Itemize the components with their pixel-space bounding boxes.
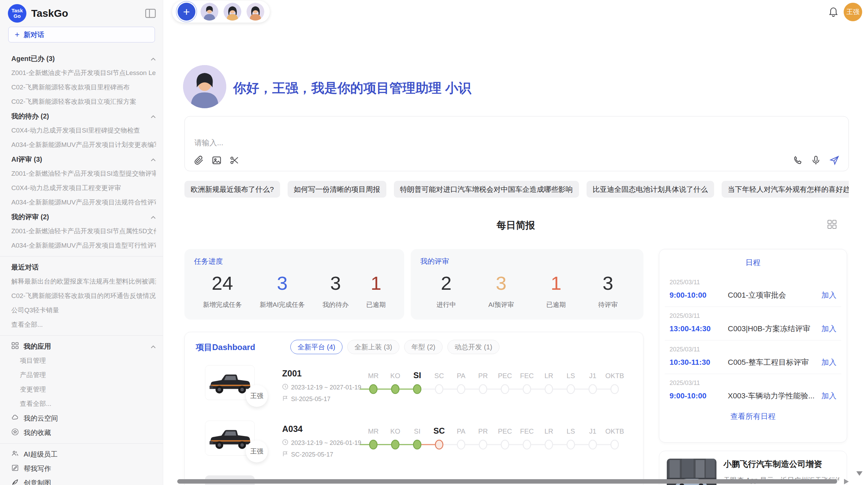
project-row[interactable]: 王强Z0012023-12-19 ~ 2027-01-19SI-2025-05-… — [185, 363, 643, 418]
sidebar-item[interactable]: 公司Q3轻卡销量 — [11, 303, 156, 318]
stat-我的待办: 3我的待办 — [323, 271, 349, 309]
sidebar-item-pen[interactable]: 创意制图 — [11, 476, 156, 485]
agent-avatar-2[interactable] — [224, 3, 241, 21]
sidebar-item[interactable]: C02-飞腾新能源轻客改款项目立项汇报方案 — [11, 95, 156, 109]
main-area: + 王强 你好，王强，我是你的项目管理助理 小识 请输入... — [163, 0, 868, 485]
clock-icon — [282, 384, 288, 391]
dashboard-tab[interactable]: 全新平台 (4) — [290, 340, 342, 354]
stat-value: 24 — [212, 271, 233, 296]
sidebar-item[interactable]: 解释最新出台的欧盟报废车法规再生塑料比例被调至15%... — [11, 274, 156, 289]
project-milestones: MRKOSISCPAPRPECFECLRLSJ1OKTB — [358, 423, 636, 462]
suggestion-chip[interactable]: 如何写一份清晰的项目周报 — [288, 181, 386, 198]
layout-grid-icon[interactable] — [827, 219, 837, 229]
sidebar-item[interactable]: A034-全新新能源MUV产品开发项目计划变更表编写 — [11, 138, 156, 152]
project-code: A034 — [282, 424, 303, 434]
write-icon — [11, 464, 19, 473]
sidebar-item[interactable]: Z001-全新燃油轻卡产品开发项目SI节点属性5D文件评审 — [11, 224, 156, 238]
scissors-icon[interactable] — [229, 155, 240, 165]
add-agent-button[interactable]: + — [178, 3, 195, 21]
stat-label: 新增完成任务 — [203, 300, 242, 309]
sidebar-item-write[interactable]: 帮我写作 — [11, 461, 156, 476]
sidebar-item[interactable]: C0X4-动力总成开发项目工程变更评审 — [11, 181, 156, 195]
message-composer[interactable]: 请输入... — [184, 116, 849, 171]
suggestion-chip[interactable]: 特朗普可能对进口汽车增税会对中国车企造成哪些影响 — [394, 181, 579, 198]
attachment-icon[interactable] — [194, 155, 204, 165]
clock-icon — [282, 439, 288, 447]
new-chat-label: 新对话 — [24, 30, 44, 39]
sidebar-item[interactable]: 查看全部... — [11, 397, 156, 411]
user-avatar[interactable]: 王强 — [844, 3, 862, 21]
schedule-date: 2025/03/11 — [670, 312, 836, 320]
section-header-left: 最近对话 — [11, 263, 39, 272]
agent-switcher: + — [172, 1, 270, 23]
image-upload-icon[interactable] — [212, 155, 222, 165]
my-review-stats: 2进行中3AI预评审1已逾期3待评审 — [411, 271, 643, 309]
join-meeting-link[interactable]: 加入 — [821, 357, 836, 368]
schedule-list: 2025/03/119:00-10:00C001-立项审批会加入2025/03/… — [659, 273, 847, 407]
sidebar-item[interactable]: 查看全部... — [11, 318, 156, 332]
sidebar-item-star[interactable]: 我的收藏 — [11, 425, 156, 440]
card-title: 任务进度 — [194, 257, 223, 266]
chevron-up-icon — [150, 213, 156, 221]
sidebar-item[interactable]: C0X4-动力总成开发项目SI里程碑提交物检查 — [11, 123, 156, 138]
section-header-left: AI评审 (3) — [11, 155, 42, 164]
logo-line2: Go — [14, 13, 21, 19]
schedule-row: 13:00-14:30C003|H0B-方案冻结评审加入 — [670, 324, 836, 334]
voice-call-icon[interactable] — [792, 155, 803, 165]
stat-label: AI预评审 — [488, 300, 514, 309]
section-title: 我的应用 — [24, 342, 51, 351]
project-flag: SI-2025-05-17 — [282, 395, 330, 403]
sidebar-item[interactable]: A034-全新新能源MUV产品开发项目法规符合性评审 — [11, 195, 156, 210]
join-meeting-link[interactable]: 加入 — [821, 324, 836, 334]
my-review-card: 我的评审 2进行中3AI预评审1已逾期3待评审 — [411, 249, 643, 320]
send-icon[interactable] — [829, 155, 840, 165]
sidebar-section-header[interactable]: Agent已办 (3) — [11, 51, 156, 66]
new-chat-button[interactable]: + 新对话 — [8, 27, 155, 42]
horizontal-scrollbar[interactable] — [177, 479, 837, 484]
sidebar-section-header[interactable]: 我的评审 (2) — [11, 210, 156, 224]
stat-label: 新增AI完成任务 — [260, 300, 305, 309]
svg-text:KO: KO — [390, 372, 400, 380]
sidebar-section-header[interactable]: 我的应用 — [11, 339, 156, 353]
assistant-avatar — [183, 65, 226, 108]
agent-avatar-3[interactable] — [246, 3, 264, 21]
sidebar-item[interactable]: A034-全新新能源MUV产品开发项目造型可行性评审 — [11, 238, 156, 253]
project-row[interactable]: 王强A0342023-12-19 ~ 2026-01-19SC-2025-05-… — [185, 419, 643, 473]
sidebar-item[interactable]: C02-飞腾新能源轻客改款项目的闭环通告反馈情况 — [11, 289, 156, 303]
dashboard-tab[interactable]: 年型 (2) — [404, 340, 443, 354]
agent-avatar-1[interactable] — [201, 3, 218, 21]
sidebar-section-header[interactable]: 最近对话 — [11, 260, 156, 274]
sidebar-item[interactable]: 产品管理 — [11, 368, 156, 382]
section-header-left: 我的评审 (2) — [11, 212, 49, 222]
svg-text:LR: LR — [544, 372, 553, 380]
sidebar-item[interactable]: 项目管理 — [11, 353, 156, 368]
sidebar-item[interactable]: 变更管理 — [11, 382, 156, 397]
sidebar-section-header[interactable]: AI评审 (3) — [11, 152, 156, 166]
dashboard-tab[interactable]: 动总开发 (1) — [447, 340, 499, 354]
stat-已逾期: 1已逾期 — [366, 271, 386, 309]
collapse-sidebar-icon[interactable] — [145, 9, 156, 18]
scroll-right-indicator[interactable] — [844, 479, 849, 484]
dashboard-tab[interactable]: 全新上装 (3) — [347, 340, 399, 354]
svg-text:J1: J1 — [589, 427, 596, 435]
suggestion-chip[interactable]: 当下年轻人对汽车外观有怎样的喜好趋势 — [722, 181, 849, 198]
join-meeting-link[interactable]: 加入 — [821, 290, 836, 300]
sidebar-item[interactable]: Z001-全新燃油皮卡产品开发项目SI节点Lesson Learn报告 — [11, 66, 156, 80]
microphone-icon[interactable] — [811, 155, 821, 165]
scroll-down-indicator[interactable] — [856, 471, 863, 476]
sidebar-item[interactable]: C02-飞腾新能源轻客改款项目里程碑画布 — [11, 80, 156, 95]
view-all-schedule-link[interactable]: 查看所有日程 — [659, 411, 847, 422]
stat-label: 待评审 — [598, 300, 618, 309]
suggestion-chip[interactable]: 欧洲新规最近颁布了什么? — [184, 181, 280, 198]
sidebar-item-cloud[interactable]: 我的云空间 — [11, 411, 156, 425]
sidebar-item-people[interactable]: AI超级员工 — [11, 447, 156, 461]
sidebar-item[interactable]: Z001-全新燃油轻卡产品开发项目SI造型提交物评审 — [11, 166, 156, 181]
suggestion-chip[interactable]: 比亚迪全固态电池计划具体说了什么 — [587, 181, 714, 198]
dashboard-title: 项目Dashboard — [196, 342, 255, 353]
stat-label: 已逾期 — [546, 300, 566, 309]
sidebar-section-header[interactable]: 我的待办 (2) — [11, 109, 156, 123]
notification-bell-icon[interactable] — [828, 6, 839, 17]
plus-icon: + — [15, 30, 20, 39]
join-meeting-link[interactable]: 加入 — [821, 391, 836, 401]
project-owner-badge: 王强 — [246, 385, 268, 407]
